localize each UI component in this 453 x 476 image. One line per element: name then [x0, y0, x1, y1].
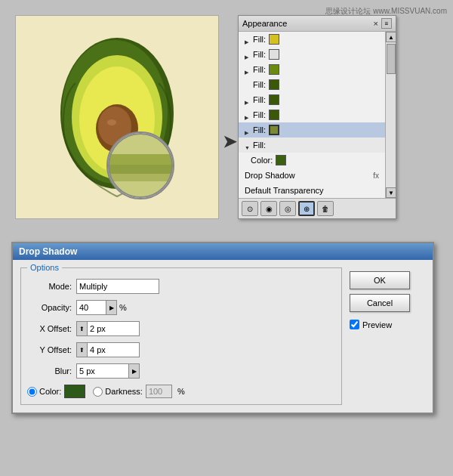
- darkness-radio[interactable]: [93, 387, 103, 397]
- expand-icon-5: [245, 97, 251, 103]
- toolbar-delete-button[interactable]: 🗑: [317, 201, 334, 216]
- blur-input[interactable]: [76, 363, 129, 379]
- top-section: 思缘设计论坛 www.MISSVUAN.com: [0, 0, 453, 234]
- blur-stepper-btn[interactable]: ▶: [129, 363, 140, 379]
- dialog-titlebar: Drop Shadow: [13, 243, 433, 260]
- opacity-unit: %: [119, 303, 127, 312]
- y-offset-stepper-left[interactable]: ⬆: [76, 342, 87, 357]
- opacity-stepper-btn[interactable]: ▶: [106, 300, 117, 315]
- arrow-indicator: ➤: [223, 132, 236, 152]
- fill-swatch-7[interactable]: [269, 125, 279, 135]
- appearance-panel: Appearance × ≡ Fill: Fill:: [238, 15, 396, 219]
- panel-titlebar-right: × ≡: [374, 18, 392, 29]
- drop-shadow-row[interactable]: Drop Shadow fx: [239, 168, 385, 183]
- fill-label-6: Fill:: [253, 110, 266, 119]
- fill-swatch-2[interactable]: [269, 49, 279, 60]
- scrollbar-down-button[interactable]: ▼: [386, 187, 396, 198]
- darkness-input[interactable]: [146, 385, 172, 398]
- darkness-radio-text: Darkness:: [105, 387, 143, 396]
- panel-scrollbar[interactable]: ▲ ▼: [385, 32, 396, 198]
- y-offset-input[interactable]: [87, 342, 140, 357]
- expand-icon-1: [245, 36, 251, 42]
- drop-shadow-dialog: Drop Shadow Options Mode: Multiply: [11, 242, 434, 414]
- toolbar-eye-button[interactable]: ◎: [279, 201, 296, 216]
- blur-row: Blur: ▶: [27, 363, 335, 379]
- y-offset-label: Y Offset:: [27, 345, 76, 354]
- color-swatch-expanded[interactable]: [276, 155, 286, 165]
- x-offset-label: X Offset:: [27, 324, 76, 333]
- expand-icon-expanded: [245, 142, 251, 148]
- fill-row-5[interactable]: Fill:: [239, 92, 385, 107]
- fill-label-expanded: Fill:: [253, 141, 266, 150]
- mode-label: Mode:: [27, 282, 76, 291]
- dialog-body: Options Mode: Multiply Normal Screen Ove…: [13, 260, 433, 413]
- cancel-button[interactable]: Cancel: [350, 294, 410, 312]
- panel-titlebar: Appearance × ≡: [239, 16, 396, 32]
- expand-icon-7: [245, 127, 251, 133]
- svg-rect-9: [108, 165, 173, 174]
- mode-select[interactable]: Multiply Normal Screen Overlay: [76, 279, 159, 294]
- expand-icon-4: [245, 82, 251, 88]
- x-offset-stepper-left[interactable]: ⬆: [76, 321, 87, 336]
- toolbar-filter-button[interactable]: ◉: [260, 201, 277, 216]
- color-sub-row: Color:: [239, 153, 385, 168]
- panel-close-button[interactable]: ×: [374, 19, 378, 28]
- default-transparency-row: Default Transparency: [239, 183, 385, 198]
- fill-swatch-4[interactable]: [269, 79, 279, 90]
- bottom-section: Drop Shadow Options Mode: Multiply: [0, 234, 453, 476]
- fill-swatch-1[interactable]: [269, 34, 279, 45]
- fill-swatch-3[interactable]: [269, 64, 279, 75]
- scrollbar-up-button[interactable]: ▲: [386, 32, 396, 42]
- fill-row-3[interactable]: Fill:: [239, 62, 385, 77]
- fill-row-2[interactable]: Fill:: [239, 47, 385, 62]
- x-offset-input[interactable]: [87, 321, 140, 336]
- fill-label-7: Fill:: [253, 125, 266, 134]
- fill-label-3: Fill:: [253, 65, 266, 74]
- expand-icon-2: [245, 51, 251, 57]
- mode-row: Mode: Multiply Normal Screen Overlay: [27, 279, 335, 294]
- color-radio-label[interactable]: Color:: [27, 387, 61, 397]
- fill-swatch-6[interactable]: [269, 110, 279, 120]
- panel-bottom-toolbar: ⊙ ◉ ◎ ⊕ 🗑: [239, 198, 396, 218]
- fill-row-7-selected[interactable]: Fill:: [239, 122, 385, 138]
- color-label: Color:: [251, 156, 273, 165]
- fill-row-6[interactable]: Fill:: [239, 107, 385, 122]
- opacity-input[interactable]: [76, 300, 106, 315]
- fill-swatch-5[interactable]: [269, 94, 279, 105]
- options-group: Options Mode: Multiply Normal Screen Ove…: [20, 267, 342, 405]
- scrollbar-thumb[interactable]: [387, 44, 396, 74]
- x-offset-row: X Offset: ⬆: [27, 321, 335, 336]
- darkness-radio-label[interactable]: Darkness:: [93, 387, 143, 397]
- toolbar-layers-button[interactable]: ⊙: [242, 201, 258, 216]
- opacity-label: Opacity:: [27, 303, 76, 312]
- color-swatch-dialog[interactable]: [64, 385, 85, 398]
- fill-row-expanded[interactable]: Fill:: [239, 138, 385, 153]
- fill-row-1[interactable]: Fill:: [239, 32, 385, 47]
- ok-button[interactable]: OK: [350, 271, 410, 289]
- fill-row-4[interactable]: Fill:: [239, 77, 385, 92]
- toolbar-new-button[interactable]: ⊕: [298, 201, 315, 216]
- fill-label-5: Fill:: [253, 95, 266, 104]
- panel-title: Appearance: [242, 19, 287, 28]
- fx-icon: fx: [373, 172, 379, 180]
- x-offset-stepper: ⬆: [76, 321, 140, 336]
- svg-rect-8: [108, 154, 173, 165]
- panel-menu-button[interactable]: ≡: [381, 18, 392, 29]
- color-darkness-row: Color: Darkness: %: [27, 385, 335, 398]
- blur-stepper: ▶: [76, 363, 140, 379]
- preview-row: Preview: [350, 320, 425, 329]
- svg-rect-10: [108, 174, 173, 181]
- dialog-right: OK Cancel Preview: [350, 267, 425, 405]
- panel-content: Fill: Fill: Fill: Fill:: [239, 32, 396, 198]
- default-label: Default Transparency: [245, 186, 324, 195]
- opacity-stepper: ▶: [76, 300, 117, 315]
- y-offset-row: Y Offset: ⬆: [27, 342, 335, 357]
- blur-label: Blur:: [27, 366, 76, 376]
- effect-label: Drop Shadow: [245, 171, 370, 180]
- magnifier-circle: [106, 131, 174, 199]
- preview-checkbox[interactable]: [350, 320, 359, 329]
- color-radio[interactable]: [27, 387, 37, 397]
- fill-label-2: Fill:: [253, 50, 266, 59]
- color-radio-text: Color:: [39, 387, 61, 396]
- canvas-area: [15, 15, 219, 219]
